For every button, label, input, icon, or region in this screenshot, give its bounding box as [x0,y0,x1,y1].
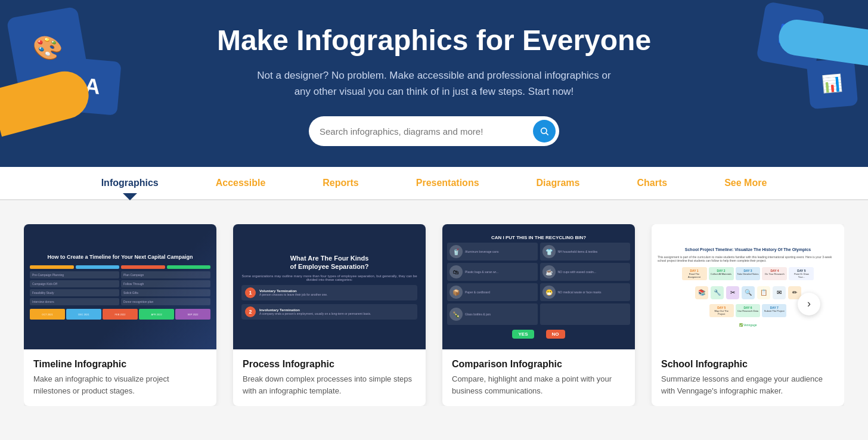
nav-item-presentations[interactable]: Presentations [388,167,508,199]
school-icons: 📚 🔧 ✂ 🔍 📋 ✉ ✏ [695,286,801,299]
hero-title: Make Infographics for Everyone [12,24,856,57]
svg-point-0 [541,128,547,134]
comp-icon-medical: 😷 [542,286,556,299]
comp-icon-aluminum: 🥤 [450,245,463,258]
hero-subtitle: Not a designer? No problem. Make accessi… [255,67,613,100]
comp-icon-cups: ☕ [542,265,556,278]
card-desc-process: Break down complex processes into simple… [243,373,416,396]
nav-item-reports[interactable]: Reports [294,167,387,199]
comp-grid: 🥤 Aluminum beverage cans 👕 NH household … [447,243,630,325]
puzzle-chart-icon [807,58,858,110]
card-desc-comparison: Compare, highlight and make a point with… [452,373,625,396]
cards-section: How to Create a Timeline for Your Next C… [0,200,868,418]
comp-item-aluminum: 🥤 Aluminum beverage cans [447,243,538,261]
nav-item-accessible[interactable]: Accessible [187,167,294,199]
comp-icon-household: 👕 [542,245,556,258]
card-title-school: School Infographic [661,359,835,370]
comp-title: CAN I PUT THIS IN THE RECYCLING BIN? [491,235,586,240]
next-button[interactable]: › [798,293,820,315]
nav-item-infographics[interactable]: Infographics [73,167,187,199]
card-process[interactable]: What Are The Four Kindsof Employee Separ… [233,224,426,406]
search-bar [309,116,559,146]
comp-item-paper: 📦 Paper & cardboard [447,283,538,301]
comp-icon-glass: 🍾 [450,308,463,321]
process-num-1: 1 [245,287,256,298]
card-desc-school: Summarize lessons and engage your audien… [661,373,835,396]
school-row-1: DAY 1 Read The Assignment DAY 2 Collect … [682,267,814,280]
thumb1-grid: Pre-Campaign Planning Plan Campaign Camp… [30,271,210,305]
hero-section: Make Infographics for Everyone Not a des… [0,0,868,167]
nav-item-diagrams[interactable]: Diagrams [508,167,609,199]
process-item-1: 1 Voluntary Termination A person chooses… [241,285,417,300]
process-desc: Some organizations may outline many more… [241,274,417,281]
cards-row: How to Create a Timeline for Your Next C… [24,224,844,406]
nav-item-charts[interactable]: Charts [608,167,696,199]
card-school[interactable]: School Project Timeline: Visualize The H… [652,224,844,406]
process-subtext-1: A person chooses to leave their job for … [259,293,328,296]
comp-item-empty [540,303,631,325]
card-timeline[interactable]: How to Create a Timeline for Your Next C… [24,224,216,406]
card-info-school: School Infographic Summarize lessons and… [652,349,844,406]
comp-item-glass: 🍾 Glass bottles & jars [447,303,538,325]
card-title-process: Process Infographic [243,359,416,370]
card-comparison[interactable]: CAN I PUT THIS IN THE RECYCLING BIN? 🥤 A… [442,224,635,406]
card-title-timeline: Timeline Infographic [33,359,207,370]
school-title: School Project Timeline: Visualize The H… [685,247,811,252]
comp-icon-paper: 📦 [450,286,463,299]
card-info-timeline: Timeline Infographic Make an infographic… [24,349,216,406]
process-num-2: 2 [245,306,256,317]
puzzle-letter-icon [63,57,122,116]
process-subtext-2: A company ends a person's employment, us… [259,312,371,315]
search-button[interactable] [533,120,556,142]
card-desc-timeline: Make an infographic to visualize project… [33,373,207,396]
nav-item-see-more[interactable]: See More [696,167,795,199]
process-main-title: What Are The Four Kindsof Employee Separ… [290,254,368,271]
nav-bar: Infographics Accessible Reports Presenta… [0,167,868,200]
hand-left-deco [0,66,94,137]
card-thumb-school: School Project Timeline: Visualize The H… [652,224,844,349]
card-thumb-timeline: How to Create a Timeline for Your Next C… [24,224,216,349]
process-item-2: 2 Involuntary Termination A company ends… [241,304,417,320]
card-title-comparison: Comparison Infographic [452,359,625,370]
comp-item-plastic: 🛍 Plastic bags & saran wr... [447,263,538,281]
search-input[interactable] [320,126,533,137]
thumb1-title: How to Create a Timeline for Your Next C… [47,254,193,260]
comp-item-household: 👕 NH household items & textiles [540,243,631,261]
card-thumb-process: What Are The Four Kindsof Employee Separ… [233,224,426,349]
comp-item-medical: 😷 NO medical waste or face masks [540,283,631,301]
card-info-comparison: Comparison Infographic Compare, highligh… [442,349,635,406]
comp-item-cups: ☕ NO cups with waxed coatin... [540,263,631,281]
card-thumb-comparison: CAN I PUT THIS IN THE RECYCLING BIN? 🥤 A… [442,224,635,349]
card-info-process: Process Infographic Break down complex p… [233,349,426,406]
svg-line-1 [546,133,548,135]
comp-icon-plastic: 🛍 [450,265,463,278]
